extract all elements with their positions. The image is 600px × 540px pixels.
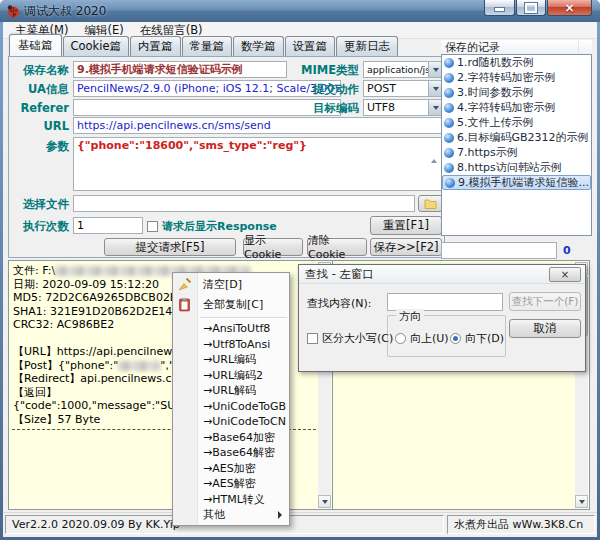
records-list: 1.rd随机数示例 2.字符转码加密示例 3.时间参数示例 4.字符转码加密示例… <box>441 54 592 236</box>
menu-item-copy-all[interactable]: 全部复制[C] <box>173 295 289 315</box>
encoding-select[interactable]: UTF8 <box>363 99 443 116</box>
record-icon <box>444 163 454 173</box>
menu-item-base64encode[interactable]: →Base64加密 <box>173 430 289 446</box>
close-icon: × <box>564 3 574 13</box>
params-textarea[interactable]: {"phone":"18600","sms_type":"reg"} <box>73 137 443 191</box>
censored-phone <box>118 361 160 371</box>
tab-cookie[interactable]: Cookie篇 <box>63 36 130 56</box>
radio-icon[interactable] <box>395 333 406 344</box>
record-icon <box>444 88 454 98</box>
context-menu: 清空[D] 全部复制[C] →AnsiToUtf8 →Utf8ToAnsi →U… <box>172 272 290 526</box>
menu-item-urlencode[interactable]: →URL编码 <box>173 352 289 368</box>
menu-item-unicodetogb[interactable]: →UniCodeToGB <box>173 399 289 415</box>
menu-item-clear[interactable]: 清空[D] <box>173 275 289 295</box>
scroll-down-icon[interactable] <box>575 495 588 508</box>
reset-button[interactable]: 重置[F1] <box>370 216 442 235</box>
record-item[interactable]: 2.字符转码加密示例 <box>442 70 591 85</box>
ua-label: UA信息 <box>11 82 69 97</box>
record-icon <box>444 58 454 68</box>
checkbox-icon[interactable] <box>307 333 318 344</box>
referer-label: Referer <box>11 101 69 115</box>
clipboard-icon <box>177 297 192 312</box>
url-input[interactable]: https://api.pencilnews.cn/sms/send <box>73 117 443 134</box>
records-header[interactable]: 保存的记录 <box>441 40 592 55</box>
direction-legend: 方向 <box>396 309 424 324</box>
direction-group: 方向 向上(U) 向下(D) <box>387 315 506 357</box>
show-cookie-button[interactable]: 显示Cookie <box>243 238 303 256</box>
tab-math[interactable]: 数学篇 <box>233 36 284 56</box>
find-close-button[interactable]: × <box>549 267 581 282</box>
direction-down-radio[interactable]: 向下(D) <box>450 331 504 346</box>
menu-item-other[interactable]: 其他 <box>173 507 289 523</box>
record-item[interactable]: 8.https访问韩站示例 <box>442 160 591 175</box>
record-icon <box>444 148 454 158</box>
tab-constant[interactable]: 常量篇 <box>182 36 233 56</box>
action-select[interactable]: POST <box>363 80 443 97</box>
broom-icon <box>177 277 192 292</box>
record-item-selected[interactable]: 9.模拟手机端请求短信验... <box>442 175 591 190</box>
url-label: URL <box>11 119 69 133</box>
tab-builtin[interactable]: 内置篇 <box>130 36 181 56</box>
record-item[interactable]: 6.目标编码GB2312的示例 <box>442 130 591 145</box>
menu-item-urldecode[interactable]: →URL解码 <box>173 383 289 399</box>
params-label: 参数 <box>11 139 69 154</box>
chevron-down-icon[interactable] <box>428 81 442 96</box>
close-button[interactable]: × <box>547 0 592 16</box>
menu-item-htmlescape[interactable]: →HTML转义 <box>173 492 289 508</box>
record-count: 0 <box>563 244 571 257</box>
menu-item-ansitoutf8[interactable]: →AnsiToUtf8 <box>173 321 289 337</box>
record-icon <box>444 73 454 83</box>
tab-changelog[interactable]: 更新日志 <box>336 36 398 56</box>
exec-count-input[interactable]: 1 <box>73 217 143 234</box>
chevron-down-icon[interactable] <box>428 100 442 115</box>
record-item[interactable]: 5.文件上传示例 <box>442 115 591 130</box>
maximize-button[interactable] <box>516 0 546 16</box>
match-case-checkbox[interactable]: 区分大小写(C) <box>307 331 393 346</box>
menu-item-aesencode[interactable]: →AES加密 <box>173 461 289 477</box>
window-title: 调试大叔 2020 <box>24 3 106 20</box>
app-window: 调试大叔 2020 × 主菜单(M) 编辑(E) 在线留言(B) 基础篇 Coo… <box>0 0 600 540</box>
tab-basic[interactable]: 基础篇 <box>9 34 62 56</box>
file-label: 选择文件 <box>11 197 69 212</box>
browse-file-button[interactable] <box>418 195 443 212</box>
record-item[interactable]: 3.时间参数示例 <box>442 85 591 100</box>
show-response-checkbox[interactable]: 请求后显示Response <box>147 219 277 234</box>
menu-item-unicodetocn[interactable]: →UniCodeToCN <box>173 414 289 430</box>
titlebar[interactable]: 调试大叔 2020 × <box>0 0 600 22</box>
mime-label: MIME类型 <box>279 63 359 78</box>
tab-settings[interactable]: 设置篇 <box>285 36 336 56</box>
file-input[interactable] <box>73 195 415 212</box>
find-next-button[interactable]: 查找下一个(F) <box>509 292 581 311</box>
request-form: 保存名称 9.模拟手机端请求短信验证码示例 MIME类型 application… <box>8 56 445 258</box>
direction-up-radio[interactable]: 向上(U) <box>395 331 449 346</box>
params-scroll-up-icon[interactable] <box>431 140 437 159</box>
find-content-label: 查找内容(N): <box>307 296 372 311</box>
find-dialog-title: 查找 - 左窗口 <box>305 267 374 282</box>
record-icon <box>444 103 454 113</box>
minimize-icon <box>494 7 505 12</box>
clear-cookie-button[interactable]: 清除Cookie <box>307 238 367 256</box>
checkbox-icon[interactable] <box>147 221 158 232</box>
record-item[interactable]: 7.https示例 <box>442 145 591 160</box>
submit-request-button[interactable]: 提交请求[F5] <box>104 238 236 256</box>
encoding-label: 目标编码 <box>279 101 359 116</box>
radio-selected-icon[interactable] <box>450 333 461 344</box>
scroll-down-icon[interactable] <box>318 495 331 508</box>
record-filter-input[interactable] <box>441 242 557 259</box>
menu-item-utf8toansi[interactable]: →Utf8ToAnsi <box>173 337 289 353</box>
record-icon <box>444 133 454 143</box>
menu-item-aesdecode[interactable]: →AES解密 <box>173 476 289 492</box>
record-icon <box>444 118 454 128</box>
chevron-down-icon[interactable] <box>428 62 442 77</box>
menu-item-urlencode2[interactable]: →URL编码2 <box>173 368 289 384</box>
mime-select[interactable]: application/json <box>363 61 443 78</box>
save-name-input[interactable]: 9.模拟手机端请求短信验证码示例 <box>73 61 287 78</box>
record-item[interactable]: 1.rd随机数示例 <box>442 55 591 70</box>
save-button[interactable]: 保存>>[F2] <box>370 238 442 256</box>
menu-item-base64decode[interactable]: →Base64解密 <box>173 445 289 461</box>
find-dialog-titlebar[interactable]: 查找 - 左窗口 × <box>299 265 585 284</box>
cancel-button[interactable]: 取消 <box>509 319 581 338</box>
record-item[interactable]: 4.字符转码加密示例 <box>442 100 591 115</box>
folder-icon <box>424 198 437 209</box>
minimize-button[interactable] <box>484 0 515 16</box>
